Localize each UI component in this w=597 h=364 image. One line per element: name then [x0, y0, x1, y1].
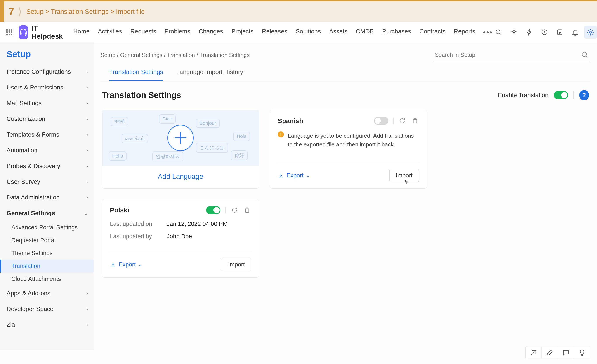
chevron-right-icon: ›	[86, 306, 88, 312]
sidebar-item-instance-configurations[interactable]: Instance Configurations›	[0, 64, 94, 80]
chevron-down-icon: ⌄	[138, 262, 142, 267]
spanish-export-button[interactable]: Export ⌄	[278, 172, 310, 179]
tutorial-step-number: 7	[9, 6, 14, 17]
more-icon: •••	[483, 31, 493, 33]
language-cloud: नमस्ते Ciao Bonjour Hola வணக்கம் こんにちは H…	[102, 110, 259, 166]
notes-icon[interactable]	[554, 26, 566, 39]
sidebar-item-automation[interactable]: Automation›	[0, 143, 94, 158]
headset-icon	[19, 28, 28, 37]
separator	[393, 118, 393, 124]
menu-purchases[interactable]: Purchases	[382, 28, 411, 37]
edit-icon[interactable]	[542, 346, 558, 359]
page-title: Translation Settings	[102, 91, 181, 100]
sidebar-item-users-permissions[interactable]: Users & Permissions›	[0, 80, 94, 95]
add-language-card[interactable]: नमस्ते Ciao Bonjour Hola வணக்கம் こんにちは H…	[102, 110, 259, 189]
spanish-enable-toggle[interactable]	[374, 117, 388, 125]
sidebar-item-general-settings[interactable]: General Settings⌄	[0, 205, 94, 221]
menu-contracts[interactable]: Contracts	[419, 28, 446, 37]
cloud-word: こんにちは	[196, 143, 228, 153]
bolt-icon[interactable]	[523, 26, 536, 39]
add-language-label[interactable]: Add Language	[102, 166, 259, 188]
tutorial-breadcrumb: Setup > Translation Settings > Import fi…	[26, 8, 145, 15]
sidebar-sub-requester-portal[interactable]: Requester Portal	[0, 234, 94, 247]
main-menu: Home Activities Requests Problems Change…	[73, 28, 492, 37]
sidebar-sub-theme-settings[interactable]: Theme Settings	[0, 247, 94, 260]
gear-icon[interactable]	[584, 26, 597, 39]
breadcrumb[interactable]: Setup / General Settings / Translation /…	[101, 52, 250, 59]
menu-assets[interactable]: Assets	[329, 28, 347, 37]
last-updated-by-value: John Doe	[167, 233, 192, 240]
cloud-word: Ciao	[159, 114, 176, 123]
plus-icon[interactable]	[167, 125, 194, 151]
refresh-icon[interactable]	[231, 206, 238, 214]
menu-releases[interactable]: Releases	[262, 28, 287, 37]
chevron-right-icon: ›	[86, 69, 88, 75]
polski-export-button[interactable]: Export ⌄	[110, 261, 142, 268]
menu-problems[interactable]: Problems	[165, 28, 190, 37]
svg-rect-11	[413, 120, 417, 123]
bulb-icon[interactable]	[574, 346, 590, 359]
search-icon[interactable]	[492, 26, 505, 39]
main-content: Setup / General Settings / Translation /…	[94, 43, 597, 350]
spark-icon[interactable]	[508, 26, 520, 39]
chevron-right-icon: ›	[86, 163, 88, 169]
history-icon[interactable]	[538, 26, 551, 39]
svg-point-8	[589, 31, 591, 33]
help-icon[interactable]: ?	[579, 90, 589, 100]
language-name: Spanish	[278, 117, 303, 125]
chevron-right-icon: ›	[86, 116, 88, 122]
tab-translation-settings[interactable]: Translation Settings	[109, 64, 163, 81]
chevron-right-icon: ›	[86, 100, 88, 106]
enable-translation-label: Enable Translation	[498, 92, 549, 99]
cloud-word: Hello	[109, 152, 126, 161]
menu-requests[interactable]: Requests	[130, 28, 156, 37]
sidebar-item-zia[interactable]: Zia›	[0, 317, 94, 333]
sidebar-sub-advanced-portal-settings[interactable]: Advanced Portal Settings	[0, 221, 94, 234]
polski-import-button[interactable]: Import	[222, 258, 251, 271]
enable-translation-toggle[interactable]	[554, 91, 568, 99]
setup-search-input[interactable]	[435, 52, 581, 58]
setup-search[interactable]	[433, 48, 590, 62]
menu-changes[interactable]: Changes	[199, 28, 223, 37]
svg-rect-1	[25, 32, 27, 35]
sidebar-item-mail-settings[interactable]: Mail Settings›	[0, 95, 94, 111]
zia-icon[interactable]	[526, 346, 542, 359]
separator	[573, 91, 574, 99]
polski-enable-toggle[interactable]	[206, 206, 220, 214]
last-updated-on-label: Last updated on	[110, 221, 167, 228]
menu-reports[interactable]: Reports	[454, 28, 475, 37]
svg-line-10	[586, 56, 587, 57]
refresh-icon[interactable]	[398, 117, 406, 125]
sidebar-item-probes-discovery[interactable]: Probes & Discovery›	[0, 158, 94, 174]
chevron-right-icon: ›	[86, 132, 88, 138]
svg-line-3	[500, 33, 501, 34]
top-nav: IT Helpdesk Home Activities Requests Pro…	[0, 22, 597, 43]
sidebar-item-customization[interactable]: Customization›	[0, 111, 94, 127]
menu-projects[interactable]: Projects	[231, 28, 253, 37]
sidebar-sub-cloud-attachments[interactable]: Cloud Attachments	[0, 273, 94, 285]
tab-language-import-history[interactable]: Language Import History	[176, 64, 243, 81]
sidebar-item-apps-addons[interactable]: Apps & Add-ons›	[0, 285, 94, 301]
bell-icon[interactable]	[569, 26, 581, 39]
menu-activities[interactable]: Activities	[98, 28, 122, 37]
sidebar-sub-translation[interactable]: Translation	[0, 260, 94, 273]
chevron-right-icon: ›	[86, 84, 88, 91]
menu-cmdb[interactable]: CMDB	[356, 28, 374, 37]
sidebar-item-developer-space[interactable]: Developer Space›	[0, 301, 94, 317]
trash-icon[interactable]	[243, 206, 251, 214]
menu-more[interactable]: •••	[484, 28, 492, 37]
trash-icon[interactable]	[411, 117, 419, 125]
sidebar-item-user-survey[interactable]: User Survey›	[0, 174, 94, 190]
sidebar-item-templates-forms[interactable]: Templates & Forms›	[0, 127, 94, 143]
sidebar-item-data-administration[interactable]: Data Administration›	[0, 190, 94, 205]
cloud-word: Hola	[233, 132, 250, 141]
apps-icon[interactable]	[6, 29, 12, 35]
chevron-right-icon: ›	[86, 147, 88, 153]
chat-icon[interactable]	[558, 346, 574, 359]
spanish-warning-text: Language is yet to be configured. Add tr…	[288, 131, 419, 149]
menu-home[interactable]: Home	[73, 28, 90, 37]
menu-solutions[interactable]: Solutions	[296, 28, 321, 37]
spanish-import-button[interactable]: Import	[389, 169, 419, 182]
brand-logo[interactable]	[19, 25, 28, 39]
bottom-toolbar	[525, 346, 590, 359]
